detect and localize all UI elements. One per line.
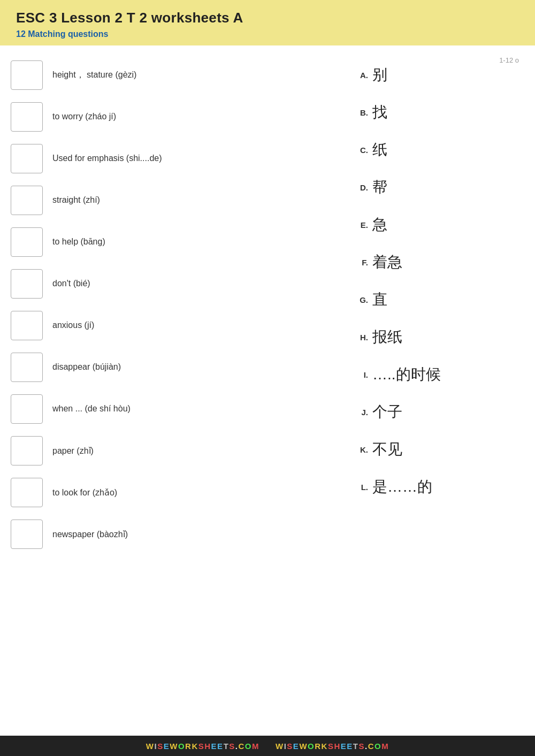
answer-chinese-text: 纸 xyxy=(372,140,387,160)
answer-chinese-text: 个子 xyxy=(372,402,402,422)
answer-input-box[interactable] xyxy=(11,269,43,299)
question-row: don't (bié) xyxy=(11,265,353,302)
question-text: anxious (jí) xyxy=(52,320,94,330)
question-text: newspaper (bàozhǐ) xyxy=(52,529,128,539)
answer-chinese-text: 不见 xyxy=(372,439,402,460)
question-row: when ... (de shí hòu) xyxy=(11,390,353,427)
answer-input-box[interactable] xyxy=(11,394,43,424)
answer-letter: A. xyxy=(353,71,368,80)
answer-row: I.…..的时候 xyxy=(353,356,524,393)
footer: WISEWORKSHEETS.COM WISEWORKSHEETS.COM xyxy=(0,736,535,756)
score-badge: 1-12 o xyxy=(499,56,519,64)
question-row: paper (zhǐ) xyxy=(11,432,353,469)
answer-chinese-text: 直 xyxy=(372,289,387,310)
answer-letter: E. xyxy=(353,220,368,230)
question-text: straight (zhí) xyxy=(52,195,100,205)
answer-chinese-text: 着急 xyxy=(372,252,402,272)
answer-input-box[interactable] xyxy=(11,311,43,340)
answer-row: L.是……的 xyxy=(353,468,524,506)
footer-logo-right: WISEWORKSHEETS.COM xyxy=(276,742,389,751)
answer-chinese-text: 别 xyxy=(372,65,387,85)
question-text: height， stature (gèzi) xyxy=(52,70,136,81)
answer-row: H.报纸 xyxy=(353,318,524,356)
question-row: to worry (zháo jí) xyxy=(11,98,353,135)
question-type-label: 12 Matching questions xyxy=(16,29,519,39)
page-title: ESC 3 Lesson 2 T 2 worksheets A xyxy=(16,10,519,26)
answer-input-box[interactable] xyxy=(11,60,43,90)
answer-letter: J. xyxy=(353,408,368,417)
answer-input-box[interactable] xyxy=(11,227,43,257)
question-row: disappear (bújiàn) xyxy=(11,348,353,386)
main-content: height， stature (gèzi)to worry (zháo jí)… xyxy=(0,45,535,568)
question-text: paper (zhǐ) xyxy=(52,446,94,456)
question-row: to help (bāng) xyxy=(11,223,353,261)
answer-row: C.纸 xyxy=(353,131,524,169)
question-row: to look for (zhǎo) xyxy=(11,474,353,511)
answer-input-box[interactable] xyxy=(11,144,43,173)
answer-letter: G. xyxy=(353,295,368,304)
questions-column: height， stature (gèzi)to worry (zháo jí)… xyxy=(11,56,353,557)
answer-row: B.找 xyxy=(353,94,524,131)
question-text: to look for (zhǎo) xyxy=(52,487,117,498)
question-row: Used for emphasis (shi....de) xyxy=(11,140,353,177)
question-row: height， stature (gèzi) xyxy=(11,56,353,94)
answer-row: K.不见 xyxy=(353,431,524,468)
question-row: newspaper (bàozhǐ) xyxy=(11,515,353,553)
answer-input-box[interactable] xyxy=(11,478,43,507)
answer-input-box[interactable] xyxy=(11,520,43,549)
answer-letter: K. xyxy=(353,445,368,454)
answer-letter: L. xyxy=(353,483,368,492)
answer-row: G.直 xyxy=(353,281,524,318)
footer-logo-left: WISEWORKSHEETS.COM xyxy=(146,742,259,751)
question-row: anxious (jí) xyxy=(11,307,353,344)
question-text: Used for emphasis (shi....de) xyxy=(52,154,162,163)
answer-chinese-text: …..的时候 xyxy=(372,364,441,385)
answer-row: F.着急 xyxy=(353,243,524,281)
question-text: don't (bié) xyxy=(52,279,90,288)
answer-letter: B. xyxy=(353,108,368,117)
header: ESC 3 Lesson 2 T 2 worksheets A 12 Match… xyxy=(0,0,535,45)
answer-row: J.个子 xyxy=(353,393,524,431)
answer-input-box[interactable] xyxy=(11,436,43,465)
answer-input-box[interactable] xyxy=(11,353,43,382)
answers-column: 1-12 o A.别B.找C.纸D.帮E.急F.着急G.直H.报纸I.…..的时… xyxy=(353,56,524,557)
answer-chinese-text: 帮 xyxy=(372,177,387,197)
answer-row: A.别 xyxy=(353,56,524,94)
answer-chinese-text: 是……的 xyxy=(372,477,432,497)
answer-input-box[interactable] xyxy=(11,186,43,215)
answer-letter: D. xyxy=(353,183,368,192)
answer-row: E.急 xyxy=(353,206,524,243)
page-wrapper: ESC 3 Lesson 2 T 2 worksheets A 12 Match… xyxy=(0,0,535,756)
question-text: to worry (zháo jí) xyxy=(52,112,116,121)
answer-letter: I. xyxy=(353,370,368,379)
answer-input-box[interactable] xyxy=(11,102,43,132)
question-text: disappear (bújiàn) xyxy=(52,362,121,372)
question-row: straight (zhí) xyxy=(11,181,353,219)
answer-letter: H. xyxy=(353,333,368,342)
answer-letter: C. xyxy=(353,146,368,155)
question-text: to help (bāng) xyxy=(52,237,105,247)
question-text: when ... (de shí hòu) xyxy=(52,404,131,414)
answer-chinese-text: 急 xyxy=(372,215,387,235)
answer-row: D.帮 xyxy=(353,169,524,206)
answer-letter: F. xyxy=(353,258,368,267)
answer-chinese-text: 找 xyxy=(372,102,387,123)
answer-chinese-text: 报纸 xyxy=(372,327,402,347)
